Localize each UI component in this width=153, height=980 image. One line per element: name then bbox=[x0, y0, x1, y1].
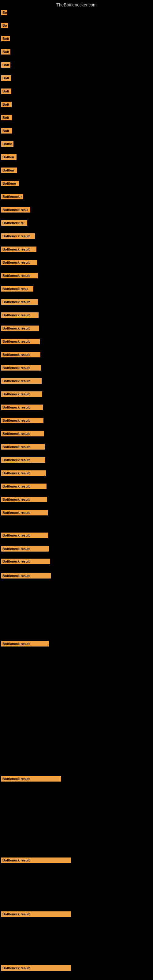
bottleneck-result-badge[interactable]: Bottleneck resu bbox=[1, 207, 30, 213]
list-item: Bottleneck result bbox=[0, 456, 153, 464]
bottleneck-result-badge[interactable]: Bottleneck result bbox=[1, 299, 38, 305]
list-item: Bott bbox=[0, 127, 153, 135]
list-item: Bottleneck result bbox=[0, 910, 153, 918]
list-item: Bottleneck result bbox=[0, 403, 153, 411]
list-item: Bottle bbox=[0, 140, 153, 148]
bottleneck-result-badge[interactable]: Bott bbox=[1, 128, 12, 134]
bottleneck-result-badge[interactable]: Bott bbox=[1, 89, 11, 94]
list-item: Bottlene bbox=[0, 180, 153, 188]
bottleneck-result-badge[interactable]: Bottleneck r bbox=[1, 194, 23, 199]
bottleneck-result-badge[interactable]: Bottleneck result bbox=[1, 326, 39, 331]
list-item: Bottleneck result bbox=[0, 964, 153, 972]
list-item: Bottleneck result bbox=[0, 482, 153, 490]
list-item: Bottleneck result bbox=[0, 364, 153, 372]
list-item: Bottleneck result bbox=[0, 640, 153, 648]
list-item: Bottleneck result bbox=[0, 856, 153, 864]
list-item: Bottleneck result bbox=[0, 298, 153, 306]
bottleneck-result-badge[interactable]: Bottle bbox=[1, 141, 13, 147]
bottleneck-result-badge[interactable]: Bottleneck result bbox=[1, 365, 41, 371]
bottleneck-result-badge[interactable]: Bott bbox=[1, 49, 10, 54]
bottleneck-result-badge[interactable]: Bott bbox=[1, 62, 10, 68]
bottleneck-result-badge[interactable]: Bottleneck result bbox=[1, 391, 42, 397]
bottleneck-result-badge[interactable]: Bottleneck result bbox=[1, 273, 38, 278]
bottleneck-result-badge[interactable]: Bottleneck result bbox=[1, 858, 71, 863]
list-item: Bottlen bbox=[0, 153, 153, 161]
list-item: Bottleneck result bbox=[0, 545, 153, 553]
list-item: Bott bbox=[0, 35, 153, 43]
bottleneck-result-badge[interactable]: Bottlen bbox=[1, 167, 17, 173]
bottleneck-result-badge[interactable]: Bottleneck result bbox=[1, 497, 47, 502]
list-item: Bottleneck resu bbox=[0, 285, 153, 293]
bottleneck-result-badge[interactable]: Bottleneck result bbox=[1, 444, 45, 450]
list-item: Bottleneck result bbox=[0, 531, 153, 539]
list-item: Bottleneck result bbox=[0, 258, 153, 266]
bottleneck-result-badge[interactable]: Bottleneck result bbox=[1, 431, 44, 436]
list-item: Bottleneck result bbox=[0, 443, 153, 451]
list-item: Bo bbox=[0, 9, 153, 16]
list-item: Bottleneck result bbox=[0, 337, 153, 345]
list-item: Bott bbox=[0, 100, 153, 108]
bottleneck-result-badge[interactable]: Bottleneck result bbox=[1, 418, 43, 423]
list-item: Bottleneck result bbox=[0, 572, 153, 580]
list-item: Bottleneck result bbox=[0, 430, 153, 438]
bottleneck-result-badge[interactable]: Bottleneck result bbox=[1, 776, 61, 781]
bottleneck-result-badge[interactable]: Bottleneck result bbox=[1, 233, 35, 239]
list-item: Bottleneck result bbox=[0, 324, 153, 332]
list-item: Bottleneck result bbox=[0, 390, 153, 398]
bottleneck-result-badge[interactable]: Bottleneck re bbox=[1, 220, 27, 226]
list-item: Bott bbox=[0, 61, 153, 69]
bottleneck-result-badge[interactable]: Bottleneck result bbox=[1, 352, 40, 357]
list-item: Bott bbox=[0, 114, 153, 122]
bottleneck-result-badge[interactable]: Bottleneck result bbox=[1, 339, 40, 344]
list-item: Bottleneck result bbox=[0, 775, 153, 783]
bottleneck-result-badge[interactable]: Bott bbox=[1, 36, 10, 41]
list-item: Bott bbox=[0, 48, 153, 56]
list-item: Bottleneck result bbox=[0, 232, 153, 240]
bottleneck-result-badge[interactable]: Bottleneck result bbox=[1, 484, 46, 489]
bottleneck-result-badge[interactable]: Bottleneck result bbox=[1, 378, 41, 384]
bottleneck-result-badge[interactable]: Bottleneck result bbox=[1, 533, 48, 538]
bottleneck-result-badge[interactable]: Bottleneck resu bbox=[1, 286, 33, 291]
list-item: Bott bbox=[0, 87, 153, 95]
bottleneck-result-badge[interactable]: Bottleneck result bbox=[1, 641, 49, 646]
bottleneck-result-badge[interactable]: Bott bbox=[1, 75, 11, 81]
bottleneck-result-badge[interactable]: Bottleneck result bbox=[1, 260, 37, 265]
list-item: Bottleneck result bbox=[0, 495, 153, 503]
bottleneck-result-badge[interactable]: Bo bbox=[1, 10, 7, 15]
list-item: Bottleneck result bbox=[0, 245, 153, 253]
bottleneck-result-badge[interactable]: Bottleneck result bbox=[1, 247, 37, 252]
list-item: Bottleneck result bbox=[0, 377, 153, 385]
list-item: Bo bbox=[0, 21, 153, 29]
list-item: Bottlen bbox=[0, 166, 153, 174]
list-item: Bott bbox=[0, 74, 153, 82]
bottleneck-result-badge[interactable]: Bott bbox=[1, 102, 12, 107]
bottleneck-result-badge[interactable]: Bottlene bbox=[1, 181, 19, 186]
list-item: Bottleneck result bbox=[0, 469, 153, 477]
list-item: Bottleneck result bbox=[0, 557, 153, 565]
bottleneck-result-badge[interactable]: Bott bbox=[1, 115, 12, 120]
bottleneck-result-badge[interactable]: Bottleneck result bbox=[1, 573, 51, 579]
bottleneck-result-badge[interactable]: Bottleneck result bbox=[1, 457, 45, 463]
bottleneck-result-badge[interactable]: Bo bbox=[1, 23, 8, 28]
list-item: Bottleneck result bbox=[0, 311, 153, 319]
bottleneck-result-badge[interactable]: Bottleneck result bbox=[1, 510, 48, 515]
bottleneck-result-badge[interactable]: Bottleneck result bbox=[1, 912, 71, 917]
list-item: Bottleneck resu bbox=[0, 206, 153, 214]
bottleneck-result-badge[interactable]: Bottleneck result bbox=[1, 546, 49, 552]
list-item: Bottleneck result bbox=[0, 272, 153, 280]
bottleneck-result-badge[interactable]: Bottleneck result bbox=[1, 404, 43, 410]
bottleneck-result-badge[interactable]: Bottleneck result bbox=[1, 558, 50, 564]
list-item: Bottleneck re bbox=[0, 219, 153, 227]
list-item: Bottleneck r bbox=[0, 192, 153, 200]
site-title: TheBottlenecker.com bbox=[0, 0, 153, 9]
bottleneck-result-badge[interactable]: Bottleneck result bbox=[1, 470, 46, 476]
list-item: Bottleneck result bbox=[0, 417, 153, 425]
list-item: Bottleneck result bbox=[0, 509, 153, 517]
bottleneck-result-badge[interactable]: Bottlen bbox=[1, 154, 16, 160]
bottleneck-result-badge[interactable]: Bottleneck result bbox=[1, 965, 71, 971]
bottleneck-result-badge[interactable]: Bottleneck result bbox=[1, 312, 38, 318]
list-item: Bottleneck result bbox=[0, 351, 153, 359]
